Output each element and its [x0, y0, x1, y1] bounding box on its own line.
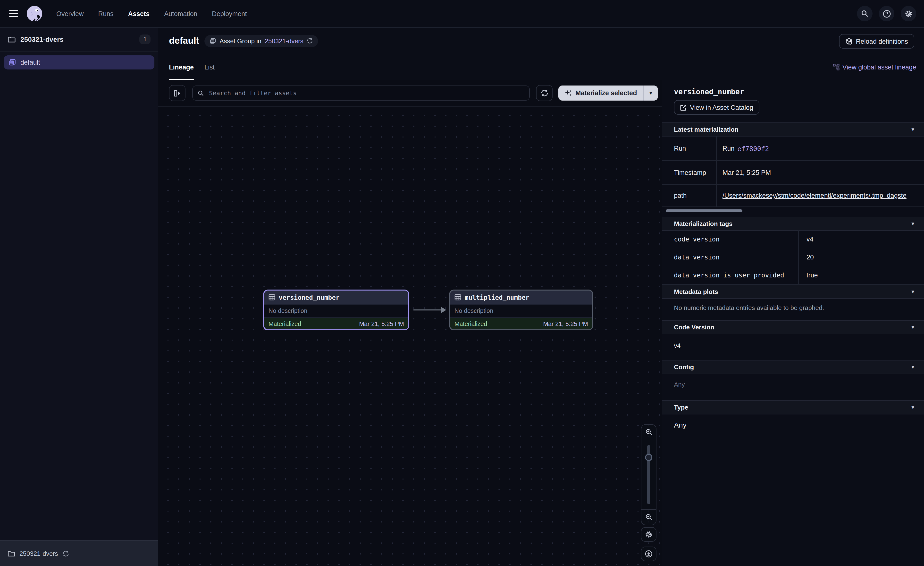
tab-lineage[interactable]: Lineage	[169, 54, 194, 80]
external-link-icon	[680, 104, 687, 110]
table-row-timestamp: Timestamp Mar 21, 5:25 PM	[662, 161, 924, 185]
materialization-tags-table: code_version v4 data_version 20 data_ver…	[662, 230, 924, 285]
graph-canvas[interactable]	[158, 106, 662, 566]
nav-item-assets[interactable]: Assets	[128, 10, 150, 17]
download-view-button[interactable]	[641, 546, 657, 561]
asset-node-versioned-number[interactable]: versioned_number No description Material…	[263, 289, 410, 330]
top-nav: Overview Runs Assets Automation Deployme…	[0, 0, 924, 28]
config-value: Any	[674, 381, 685, 388]
nav-item-deployment[interactable]: Deployment	[212, 10, 247, 17]
section-config[interactable]: Config ▼	[662, 360, 924, 374]
section-latest-materialization[interactable]: Latest materialization ▼	[662, 122, 924, 137]
sidebar-footer[interactable]: 250321-dvers	[0, 540, 158, 566]
asset-detail-panel: versioned_number View in Asset Catalog L…	[662, 80, 924, 566]
nav-item-automation[interactable]: Automation	[164, 10, 197, 17]
global-lineage-label: View global asset lineage	[842, 63, 916, 71]
node-name: versioned_number	[279, 294, 339, 301]
table-row-run: Run Runef7800f2	[662, 137, 924, 161]
hamburger-menu-icon[interactable]	[9, 10, 18, 17]
scrollbar-thumb[interactable]	[666, 209, 742, 212]
page-header: default Asset Group in 250321-dvers Relo…	[158, 27, 924, 54]
metadata-plots-empty-text: No numeric metadata entries available to…	[674, 304, 824, 312]
asset-node-multiplied-number[interactable]: multiplied_number No description Materia…	[449, 289, 593, 330]
chevron-down-icon: ▼	[910, 325, 915, 330]
lineage-edge	[413, 307, 446, 313]
collapse-sidebar-button[interactable]	[169, 85, 186, 101]
zoom-in-icon	[645, 429, 652, 436]
panel-asset-title: versioned_number	[674, 87, 744, 96]
chevron-down-icon: ▼	[910, 221, 915, 226]
node-timestamp: Mar 21, 5:25 PM	[543, 321, 588, 327]
footer-repo-name: 250321-dvers	[20, 550, 58, 557]
badge-prefix: Asset Group in	[220, 37, 261, 44]
lineage-graph-icon	[833, 64, 840, 71]
nav-item-overview[interactable]: Overview	[56, 10, 84, 17]
horizontal-scrollbar	[662, 209, 924, 212]
zoom-out-button[interactable]	[641, 510, 656, 525]
graph-settings-button[interactable]	[641, 527, 657, 542]
latest-materialization-table: Run Runef7800f2 Timestamp Mar 21, 5:25 P…	[662, 137, 924, 207]
asset-group-icon	[210, 38, 216, 44]
zoom-slider	[641, 440, 656, 510]
refresh-icon[interactable]	[307, 38, 313, 44]
help-icon[interactable]	[879, 6, 894, 21]
top-nav-actions	[857, 6, 916, 21]
type-value: Any	[674, 421, 687, 429]
view-global-asset-lineage-link[interactable]: View global asset lineage	[833, 63, 916, 71]
group-item-label: default	[20, 59, 40, 66]
path-link[interactable]: /Users/smackesey/stm/code/elementl/exper…	[723, 192, 906, 199]
zoom-controls	[641, 424, 657, 525]
reload-definitions-button[interactable]: Reload definitions	[839, 34, 914, 48]
zoom-slider-thumb[interactable]	[645, 454, 652, 461]
gear-icon[interactable]	[901, 6, 916, 21]
dagster-app: Overview Runs Assets Automation Deployme…	[0, 0, 924, 566]
chevron-down-icon: ▼	[910, 289, 915, 294]
nav-items: Overview Runs Assets Automation Deployme…	[56, 10, 247, 17]
chevron-down-icon: ▼	[910, 364, 915, 370]
sparkle-icon	[565, 89, 572, 97]
search-icon	[198, 90, 204, 96]
node-description: No description	[264, 304, 408, 318]
materialize-label: Materialize selected	[575, 89, 637, 97]
tab-list[interactable]: List	[204, 54, 214, 80]
materialize-dropdown-caret[interactable]: ▼	[644, 86, 658, 101]
dagster-logo-icon[interactable]	[26, 5, 43, 23]
page-title: default	[169, 35, 200, 46]
section-code-version[interactable]: Code Version ▼	[662, 320, 924, 334]
refresh-graph-button[interactable]	[536, 85, 552, 101]
repo-name: 250321-dvers	[20, 35, 64, 43]
lineage-graph-area: Materialize selected ▼ versioned_number …	[158, 80, 662, 566]
materialize-main[interactable]: Materialize selected	[558, 86, 644, 101]
section-materialization-tags[interactable]: Materialization tags ▼	[662, 217, 924, 231]
view-in-asset-catalog-button[interactable]: View in Asset Catalog	[674, 100, 760, 114]
badge-repo-link[interactable]: 250321-dvers	[265, 37, 303, 44]
table-row-code-version: code_version v4	[662, 230, 924, 248]
table-row-data-version: data_version 20	[662, 248, 924, 266]
table-icon	[454, 294, 461, 301]
asset-group-icon	[9, 59, 16, 66]
search-input[interactable]	[208, 89, 524, 97]
table-icon	[268, 294, 275, 301]
nav-item-runs[interactable]: Runs	[98, 10, 114, 17]
sidebar-item-default-group[interactable]: default	[4, 56, 154, 69]
sidebar-repo-row[interactable]: 250321-dvers 1	[0, 27, 158, 51]
node-name: multiplied_number	[465, 294, 529, 301]
folder-icon	[8, 550, 15, 557]
materialize-selected-button: Materialize selected ▼	[558, 86, 658, 101]
graph-toolbar: Materialize selected ▼	[158, 86, 662, 101]
code-version-value: v4	[674, 342, 681, 349]
view-catalog-label: View in Asset Catalog	[690, 104, 753, 111]
cube-reload-icon	[845, 38, 852, 45]
refresh-icon[interactable]	[62, 550, 69, 557]
chevron-down-icon: ▼	[910, 405, 915, 410]
node-description: No description	[450, 304, 592, 318]
search-icon[interactable]	[857, 6, 873, 21]
section-type[interactable]: Type ▼	[662, 400, 924, 414]
zoom-out-icon	[645, 513, 652, 521]
folder-icon	[8, 36, 15, 42]
run-id-link[interactable]: ef7800f2	[738, 145, 769, 152]
zoom-in-button[interactable]	[641, 424, 656, 440]
node-timestamp: Mar 21, 5:25 PM	[359, 321, 404, 327]
gear-icon	[645, 531, 652, 538]
section-metadata-plots[interactable]: Metadata plots ▼	[662, 285, 924, 299]
